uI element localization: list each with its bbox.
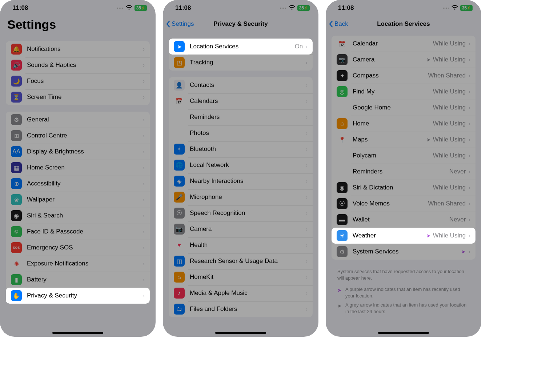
battery-badge: 35⚡ — [135, 5, 147, 11]
wifi-icon — [289, 5, 295, 11]
location-app-calendar[interactable]: 📅CalendarWhile Using› — [332, 36, 475, 52]
settings-row-privacy-security[interactable]: ✋Privacy & Security› — [6, 288, 150, 304]
location-app-camera[interactable]: 📷Camera➤While Using› — [332, 52, 475, 68]
settings-row-control-centre[interactable]: ⊞Control Centre› — [6, 128, 150, 144]
settings-row-home-screen[interactable]: ▦Home Screen› — [6, 160, 150, 176]
location-app-weather-icon: ☀ — [337, 230, 348, 241]
location-app-siri-dictation[interactable]: ◉Siri & DictationWhile Using› — [332, 180, 475, 196]
privacy-row-research-sensor-usage-data[interactable]: ◫Research Sensor & Usage Data› — [169, 253, 313, 269]
privacy-row-location-services[interactable]: ➤Location ServicesOn› — [169, 39, 313, 55]
phone-privacy: 11:08 •••• 35⚡ Settings Privacy & Securi… — [163, 0, 318, 337]
settings-row-exposure-notifications-icon: ✺ — [11, 258, 22, 269]
privacy-row-bluetooth[interactable]: ᚼBluetooth› — [169, 141, 313, 157]
chevron-right-icon: › — [143, 277, 145, 283]
location-app-maps[interactable]: 📍Maps➤While Using› — [332, 132, 475, 148]
privacy-row-files-and-folders[interactable]: 🗂Files and Folders› — [169, 301, 313, 317]
location-app-polycam[interactable]: ᘔPolycamWhile Using› — [332, 148, 475, 164]
privacy-row-homekit[interactable]: ⌂HomeKit› — [169, 269, 313, 285]
privacy-row-nearby-interactions[interactable]: ◈Nearby Interactions› — [169, 173, 313, 189]
privacy-row-local-network[interactable]: 🌐Local Network› — [169, 157, 313, 173]
settings-row-screen-time[interactable]: ⏳Screen Time› — [6, 89, 150, 105]
privacy-row-reminders-icon: ⋮ — [174, 112, 185, 123]
settings-row-battery[interactable]: ▮Battery› — [6, 272, 150, 288]
location-arrow-icon: ➤ — [426, 233, 431, 239]
settings-row-sounds-haptics[interactable]: 🔊Sounds & Haptics› — [6, 57, 150, 73]
settings-group-2: ⚙General›⊞Control Centre›AADisplay & Bri… — [6, 112, 150, 304]
chevron-right-icon: › — [306, 274, 308, 280]
chevron-right-icon: › — [143, 62, 145, 68]
settings-row-exposure-notifications[interactable]: ✺Exposure Notifications› — [6, 256, 150, 272]
privacy-row-health[interactable]: ♥Health› — [169, 237, 313, 253]
location-app-google-home[interactable]: ⌂Google HomeWhile Using› — [332, 100, 475, 116]
location-app-camera-value: While Using — [433, 56, 466, 63]
location-app-camera-icon: 📷 — [337, 54, 348, 65]
privacy-row-media-apple-music[interactable]: ♪Media & Apple Music› — [169, 285, 313, 301]
location-app-find-my[interactable]: ◎Find MyWhile Using› — [332, 84, 475, 100]
location-app-weather-value: While Using — [433, 232, 466, 239]
home-indicator[interactable] — [52, 332, 103, 334]
privacy-row-calendars[interactable]: 📅Calendars› — [169, 93, 313, 109]
settings-row-home-screen-label: Home Screen — [27, 164, 142, 171]
location-app-reminders-label: Reminders — [353, 168, 449, 175]
settings-row-sounds-haptics-label: Sounds & Haptics — [27, 61, 142, 69]
privacy-row-location-services-icon: ➤ — [174, 41, 185, 52]
privacy-row-media-apple-music-icon: ♪ — [174, 288, 185, 299]
settings-row-face-id-passcode-label: Face ID & Passcode — [27, 228, 142, 235]
cellular-icon: •••• — [117, 6, 124, 10]
settings-row-emergency-sos[interactable]: SOSEmergency SOS› — [6, 240, 150, 256]
settings-row-face-id-passcode[interactable]: ☺Face ID & Passcode› — [6, 224, 150, 240]
privacy-row-calendars-icon: 📅 — [174, 96, 185, 107]
status-time: 11:08 — [175, 4, 191, 12]
page-title: Settings — [0, 16, 156, 35]
location-app-maps-label: Maps — [353, 136, 426, 143]
location-app-weather-label: Weather — [353, 232, 426, 239]
chevron-right-icon: › — [469, 217, 470, 223]
privacy-row-contacts[interactable]: 👤Contacts› — [169, 77, 313, 93]
settings-row-focus[interactable]: 🌙Focus› — [6, 73, 150, 89]
location-app-compass-icon: ✦ — [337, 70, 348, 81]
chevron-right-icon: › — [306, 146, 308, 152]
settings-row-wallpaper[interactable]: ❀Wallpaper› — [6, 192, 150, 208]
back-button[interactable]: Back — [329, 20, 348, 28]
privacy-row-health-label: Health — [190, 241, 305, 249]
privacy-row-reminders[interactable]: ⋮Reminders› — [169, 109, 313, 125]
location-app-wallet[interactable]: ▬WalletNever› — [332, 212, 475, 228]
page-title: Location Services — [326, 20, 481, 28]
location-app-polycam-icon: ᘔ — [337, 150, 348, 161]
privacy-row-camera[interactable]: 📷Camera› — [169, 221, 313, 237]
chevron-right-icon: › — [143, 149, 145, 155]
settings-row-general-label: General — [27, 116, 142, 123]
home-indicator[interactable] — [215, 332, 266, 334]
privacy-row-nearby-interactions-icon: ◈ — [174, 176, 185, 187]
settings-row-accessibility[interactable]: ⊕Accessibility› — [6, 176, 150, 192]
settings-row-siri-search-label: Siri & Search — [27, 212, 142, 219]
location-app-compass[interactable]: ✦CompassWhen Shared› — [332, 68, 475, 84]
location-arrow-icon: ➤ — [337, 287, 342, 294]
privacy-row-tracking[interactable]: ◳Tracking› — [169, 55, 313, 71]
location-app-system-services[interactable]: ⚙System Services➤› — [332, 244, 475, 260]
settings-row-notifications[interactable]: 🔔Notifications› — [6, 41, 150, 57]
location-app-siri-dictation-icon: ◉ — [337, 182, 348, 193]
privacy-row-microphone[interactable]: 🎤Microphone› — [169, 189, 313, 205]
settings-row-battery-label: Battery — [27, 276, 142, 283]
chevron-right-icon: › — [469, 137, 470, 143]
settings-row-exposure-notifications-label: Exposure Notifications — [27, 260, 142, 267]
location-app-weather[interactable]: ☀Weather➤While Using› — [332, 228, 475, 244]
home-indicator[interactable] — [378, 332, 429, 334]
chevron-right-icon: › — [306, 162, 308, 168]
location-app-home[interactable]: ⌂HomeWhile Using› — [332, 116, 475, 132]
location-app-voice-memos-label: Voice Memos — [353, 200, 428, 207]
location-app-voice-memos[interactable]: ⦿Voice MemosWhen Shared› — [332, 196, 475, 212]
privacy-row-photos[interactable]: ❋Photos› — [169, 125, 313, 141]
status-time: 11:08 — [338, 4, 354, 12]
settings-row-display-brightness[interactable]: AADisplay & Brightness› — [6, 144, 150, 160]
cellular-icon: •••• — [280, 6, 286, 10]
settings-row-home-screen-icon: ▦ — [11, 162, 22, 173]
back-button[interactable]: Settings — [166, 20, 194, 28]
settings-row-general[interactable]: ⚙General› — [6, 112, 150, 128]
privacy-row-speech-recognition[interactable]: ⦿Speech Recognition› — [169, 205, 313, 221]
location-app-reminders[interactable]: ⋮RemindersNever› — [332, 164, 475, 180]
location-arrow-icon: ➤ — [426, 57, 431, 63]
settings-row-siri-search[interactable]: ◉Siri & Search› — [6, 208, 150, 224]
privacy-row-local-network-label: Local Network — [190, 161, 305, 169]
